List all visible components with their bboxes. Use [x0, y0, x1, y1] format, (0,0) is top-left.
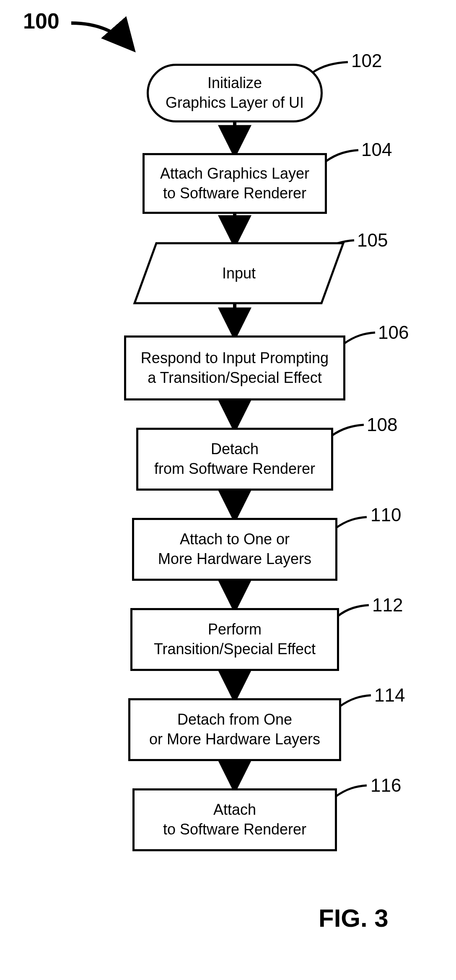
step-input-text: Input	[222, 265, 256, 282]
step-input: Input	[135, 243, 343, 303]
step-detach-sw: Detach from Software Renderer	[136, 428, 333, 491]
start-ref-label: 100	[23, 8, 60, 34]
step-attach-hw: Attach to One or More Hardware Layers	[132, 518, 337, 581]
ref-104: 104	[361, 139, 392, 160]
step-detach-sw-text: Detach from Software Renderer	[154, 439, 315, 479]
step-attach-sw-text: Attach Graphics Layer to Software Render…	[160, 164, 309, 203]
ref-106: 106	[378, 322, 409, 343]
step-attach-hw-text: Attach to One or More Hardware Layers	[158, 530, 311, 569]
ref-108: 108	[367, 414, 397, 435]
step-initialize-text: Initialize Graphics Layer of UI	[166, 73, 304, 113]
step-respond: Respond to Input Prompting a Transition/…	[124, 335, 345, 400]
figure-label: FIG. 3	[319, 904, 389, 933]
step-attach-sw-final: Attach to Software Renderer	[132, 788, 337, 851]
step-attach-sw: Attach Graphics Layer to Software Render…	[142, 153, 327, 214]
ref-114: 114	[374, 685, 405, 706]
step-respond-text: Respond to Input Prompting a Transition/…	[141, 348, 329, 388]
step-initialize: Initialize Graphics Layer of UI	[147, 64, 323, 122]
step-attach-sw-final-text: Attach to Software Renderer	[163, 800, 306, 840]
step-perform-text: Perform Transition/Special Effect	[154, 620, 316, 659]
ref-102: 102	[351, 50, 382, 71]
ref-105: 105	[357, 230, 388, 251]
ref-116: 116	[370, 775, 401, 796]
ref-110: 110	[370, 504, 401, 525]
step-detach-hw: Detach from One or More Hardware Layers	[128, 698, 341, 761]
step-perform: Perform Transition/Special Effect	[130, 608, 339, 671]
ref-112: 112	[372, 595, 403, 616]
flowchart-canvas: 100 Initialize Graphics Layer	[0, 0, 456, 980]
step-detach-hw-text: Detach from One or More Hardware Layers	[149, 710, 320, 749]
